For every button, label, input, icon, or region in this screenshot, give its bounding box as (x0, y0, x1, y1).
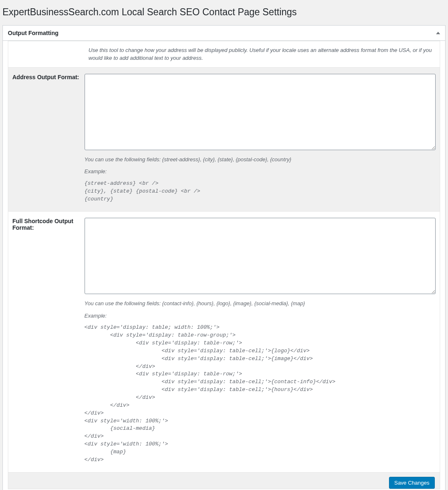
panel-body: Use this tool to change how your address… (3, 41, 445, 490)
address-format-example-label: Example: (85, 167, 436, 176)
panel-title: Output Formatting (8, 26, 59, 40)
page-title: ExpertBusinessSearch.com Local Search SE… (2, 2, 446, 20)
settings-form-table: Use this tool to change how your address… (8, 41, 440, 473)
collapse-icon[interactable] (436, 32, 440, 34)
settings-panel: Output Formatting Use this tool to chang… (2, 25, 446, 490)
shortcode-format-example-label: Example: (85, 312, 436, 320)
submit-row: Save Changes (8, 473, 440, 489)
shortcode-format-help: You can use the following fields: {conta… (85, 299, 436, 308)
shortcode-format-label: Full Shortcode Output Format: (8, 212, 85, 472)
save-button[interactable]: Save Changes (389, 477, 435, 489)
panel-intro-text: Use this tool to change how your address… (85, 41, 440, 67)
address-format-textarea[interactable] (85, 74, 436, 150)
address-format-help: You can use the following fields: {stree… (85, 155, 436, 164)
shortcode-format-example-code: <div style='display: table; width: 100%;… (85, 324, 436, 464)
panel-header[interactable]: Output Formatting (3, 26, 445, 41)
shortcode-format-textarea[interactable] (85, 218, 436, 294)
address-format-example-code: {street-address} <br /> {city}, {state} … (85, 180, 436, 203)
address-format-label: Address Output Format: (8, 67, 85, 212)
